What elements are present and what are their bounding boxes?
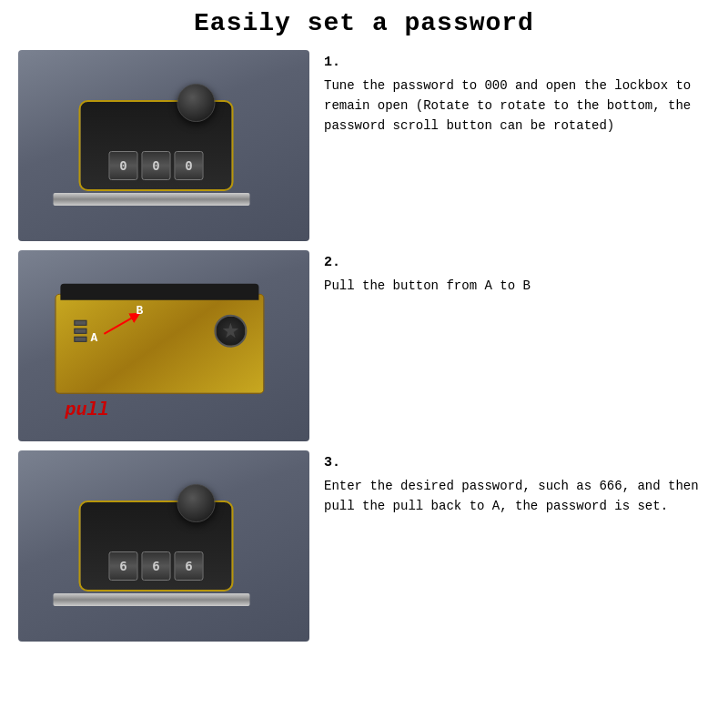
mech-bolt-inner [222,323,238,339]
step-3-number: 3. [324,452,710,473]
steps-container: 0 0 0 1. Tune the password to 000 and op… [18,50,710,642]
step-1-description: Tune the password to 000 and open the lo… [324,76,710,136]
step-3-text: 3. Enter the desired password, such as 6… [324,450,710,517]
step-3-description: Enter the desired password, such as 666,… [324,477,710,516]
step-2-number: 2. [324,252,710,273]
step-2-text: 2. Pull the button from A to B [324,250,710,297]
mech-bolt-hole [214,315,247,348]
step-1-text: 1. Tune the password to 000 and open the… [324,50,710,136]
page: Easily set a password 0 0 0 [0,0,728,728]
step-1-image: 0 0 0 [18,50,309,241]
mech-part-1 [74,320,86,326]
digit-0-3: 6 [109,551,138,581]
mechanism-plate: A B pull [55,294,264,394]
lockbox-image-1: 0 0 0 [79,100,234,191]
label-a: A [90,331,97,345]
step-row-2: A B pull 2. Pull the button from A to B [18,250,710,441]
mech-black-bar [60,284,258,300]
label-b: B [136,304,143,318]
mechanism-image: A B pull [55,294,264,394]
lockbox-image-3: 6 6 6 [79,500,234,592]
digit-1-3: 6 [142,551,171,581]
lock-knob-1 [177,84,216,122]
digit-1-1: 0 [142,151,171,180]
digit-2-1: 0 [175,151,204,180]
page-title: Easily set a password [194,9,534,37]
step-row-1: 0 0 0 1. Tune the password to 000 and op… [18,50,710,241]
pull-label: pull [65,399,108,420]
silver-bar-1 [54,193,250,206]
digit-0-1: 0 [109,151,138,180]
step-2-image: A B pull [18,250,309,441]
digit-2-3: 6 [175,551,204,581]
step-row-3: 6 6 6 3. Enter the desired password, suc… [18,450,710,642]
mech-part-2 [74,329,86,334]
step-1-number: 1. [324,52,710,73]
mech-small-parts [74,320,86,342]
lock-knob-3 [177,484,216,522]
mech-part-3 [74,337,86,342]
step-2-description: Pull the button from A to B [324,277,710,297]
lock-plate-1: 0 0 0 [79,100,234,191]
svg-line-1 [104,316,136,334]
lock-digits-3: 6 6 6 [109,551,204,581]
silver-bar-3 [54,593,250,606]
lock-digits-1: 0 0 0 [109,151,204,180]
lock-plate-3: 6 6 6 [79,500,234,592]
step-3-image: 6 6 6 [18,450,309,642]
